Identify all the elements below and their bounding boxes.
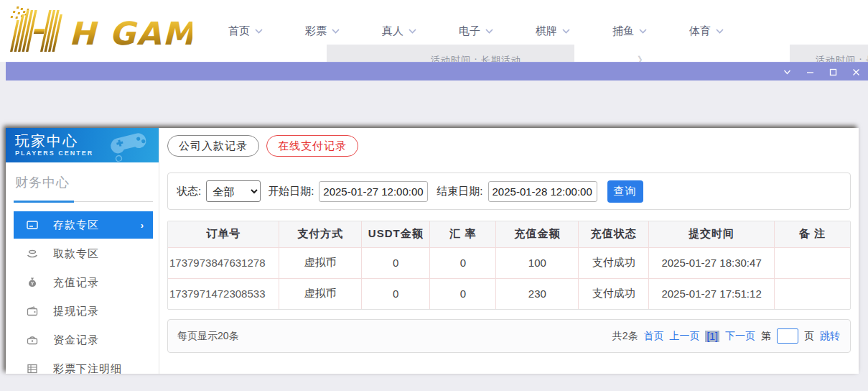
jump-suffix-label: 页 — [804, 330, 814, 343]
sidebar-item-withdrawal-records[interactable]: 提现记录 — [14, 298, 153, 325]
nav-label: 彩票 — [305, 24, 327, 38]
chevron-right-icon: › — [141, 220, 144, 231]
nav-item-sports[interactable]: 体育 — [689, 24, 724, 38]
cell-payment-method: 虚拟币 — [279, 278, 362, 309]
current-page-indicator[interactable]: [1] — [705, 331, 719, 342]
col-usdt-amount: USDT金额 — [362, 221, 430, 247]
chevron-down-icon — [255, 29, 263, 34]
record-tabs: 公司入款记录 在线支付记录 — [167, 135, 851, 157]
list-document-icon — [27, 363, 38, 374]
first-page-link[interactable]: 首页 — [643, 330, 663, 343]
chevron-down-icon — [409, 29, 416, 34]
cell-exchange-rate: 0 — [430, 247, 496, 278]
sidebar-item-recharge-records[interactable]: 充值记录 — [14, 269, 153, 296]
sidebar-item-funds-records[interactable]: 资金记录 — [14, 326, 153, 354]
window-titlebar — [6, 62, 868, 80]
cell-remarks — [774, 278, 850, 309]
cell-submit-time: 2025-01-27 18:30:47 — [649, 247, 775, 278]
nav-label: 真人 — [382, 24, 403, 38]
window-collapse-button[interactable] — [783, 68, 792, 77]
cell-recharge-amount: 100 — [496, 247, 579, 278]
page-jump-input[interactable] — [777, 328, 798, 344]
nav-label: 体育 — [689, 24, 711, 38]
prev-page-link[interactable]: 上一页 — [669, 330, 699, 343]
nav-item-lottery[interactable]: 彩票 — [305, 24, 340, 38]
table-row: 1737971472308533 虚拟币 0 0 230 支付成功 2025-0… — [168, 278, 850, 309]
start-date-label: 开始日期: — [268, 185, 314, 198]
table-header-row: 订单号 支付方式 USDT金额 汇 率 充值金额 充值状态 提交时间 备 注 — [168, 221, 850, 247]
col-order-no: 订单号 — [168, 221, 279, 247]
sidebar-menu: 存款专区 › 取款专区 充值记录 — [6, 211, 159, 382]
total-count-label: 共2条 — [612, 330, 638, 343]
start-date-input[interactable] — [319, 181, 428, 202]
sidebar: 玩家中心 PLAYERS CENTER 财务中心 存款专区 — [6, 128, 159, 374]
chevron-down-icon — [716, 29, 724, 34]
cell-usdt-amount: 0 — [362, 247, 430, 278]
nav-item-home[interactable]: 首页 — [228, 24, 263, 38]
records-table: 订单号 支付方式 USDT金额 汇 率 充值金额 充值状态 提交时间 备 注 1 — [168, 221, 850, 309]
sidebar-item-label: 彩票下注明细 — [53, 362, 122, 376]
nav-item-live[interactable]: 真人 — [382, 24, 416, 38]
sidebar-item-label: 取款专区 — [53, 247, 99, 261]
col-exchange-rate: 汇 率 — [430, 221, 496, 247]
content-area: 公司入款记录 在线支付记录 状态: 全部 开始日期: 结束日期: 查询 — [159, 128, 859, 374]
money-bag-icon — [27, 277, 38, 288]
tab-company-deposit-records[interactable]: 公司入款记录 — [167, 135, 259, 157]
chevron-down-icon — [485, 29, 493, 34]
close-icon — [851, 68, 861, 77]
maximize-icon — [829, 68, 838, 77]
window-minimize-button[interactable] — [806, 68, 815, 77]
status-select[interactable]: 全部 — [206, 180, 261, 202]
cell-order-no: 1737973847631278 — [168, 247, 279, 278]
status-label: 状态: — [177, 185, 201, 198]
chevron-down-icon — [639, 29, 647, 34]
end-date-label: 结束日期: — [437, 185, 482, 198]
nav-label: 电子 — [459, 24, 480, 38]
cell-order-no: 1737971472308533 — [168, 278, 279, 309]
window-maximize-button[interactable] — [829, 68, 838, 77]
col-remarks: 备 注 — [774, 221, 850, 247]
sidebar-item-lottery-bet-details[interactable]: 彩票下注明细 — [14, 355, 153, 382]
query-button[interactable]: 查询 — [607, 180, 643, 203]
sidebar-item-deposit-zone[interactable]: 存款专区 › — [14, 211, 153, 239]
sidebar-item-label: 充值记录 — [53, 276, 99, 290]
cell-exchange-rate: 0 — [430, 278, 496, 309]
nav-item-fishing[interactable]: 捕鱼 — [612, 24, 647, 38]
col-payment-method: 支付方式 — [279, 221, 362, 247]
nav-item-slots[interactable]: 电子 — [459, 24, 493, 38]
cell-recharge-status: 支付成功 — [579, 278, 649, 309]
col-submit-time: 提交时间 — [649, 221, 775, 247]
window-close-button[interactable] — [851, 68, 861, 77]
pagination-bar: 每页显示20条 共2条 首页 上一页 [1] 下一页 第 页 跳转 — [167, 319, 851, 353]
nav-label: 首页 — [228, 24, 250, 38]
screen: H GAME 首页 彩票 真人 电子 棋牌 — [0, 0, 868, 391]
nav-label: 捕鱼 — [612, 24, 634, 38]
cell-usdt-amount: 0 — [362, 278, 430, 309]
section-divider — [14, 201, 153, 203]
table-row: 1737973847631278 虚拟币 0 0 100 支付成功 2025-0… — [168, 247, 850, 278]
pagination-controls: 共2条 首页 上一页 [1] 下一页 第 页 跳转 — [612, 328, 840, 344]
jump-button[interactable]: 跳转 — [820, 330, 840, 343]
sidebar-item-label: 存款专区 — [53, 218, 99, 232]
nav-item-boardgames[interactable]: 棋牌 — [536, 24, 570, 38]
cell-recharge-amount: 230 — [496, 278, 579, 309]
clipped-activity-text: 活动时间：长期活动 — [816, 54, 868, 62]
sidebar-item-label: 提现记录 — [53, 305, 99, 318]
chevron-down-icon — [562, 29, 570, 34]
player-center-panel: 玩家中心 PLAYERS CENTER 财务中心 存款专区 — [6, 128, 859, 374]
wallet-icon — [27, 305, 38, 317]
tab-online-payment-records[interactable]: 在线支付记录 — [266, 135, 358, 157]
next-page-link[interactable]: 下一页 — [725, 330, 755, 343]
sidebar-section-title: 财务中心 — [15, 174, 159, 191]
minimize-icon — [806, 68, 815, 77]
clipped-activity-text: 活动时间：长期活动 — [431, 54, 521, 62]
purse-icon — [27, 334, 38, 346]
sidebar-header: 玩家中心 PLAYERS CENTER — [6, 128, 159, 162]
end-date-input[interactable] — [488, 181, 597, 202]
jump-prefix-label: 第 — [761, 330, 771, 343]
col-recharge-amount: 充值金额 — [496, 221, 579, 247]
chevron-down-icon — [783, 68, 792, 77]
sidebar-item-withdraw-zone[interactable]: 取款专区 — [14, 240, 153, 267]
hand-coins-icon — [27, 248, 38, 259]
records-table-wrapper: 订单号 支付方式 USDT金额 汇 率 充值金额 充值状态 提交时间 备 注 1 — [167, 221, 851, 310]
